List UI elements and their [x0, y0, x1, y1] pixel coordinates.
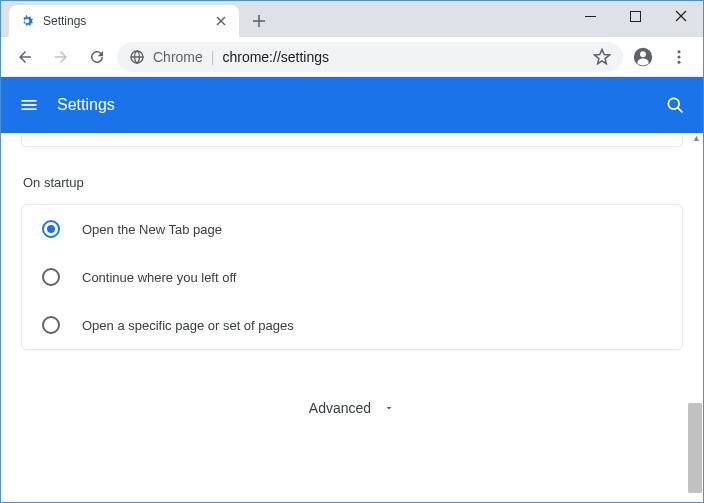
radio-button[interactable] [42, 220, 60, 238]
new-tab-button[interactable] [245, 7, 273, 35]
maximize-button[interactable] [613, 1, 658, 31]
advanced-label: Advanced [309, 400, 371, 416]
svg-point-11 [678, 50, 681, 53]
content-area: On startup Open the New Tab pageContinue… [1, 133, 703, 502]
svg-rect-16 [22, 108, 37, 110]
titlebar: Settings [1, 1, 703, 37]
svg-rect-5 [631, 11, 641, 21]
radio-label: Open a specific page or set of pages [82, 318, 294, 333]
gear-icon [19, 13, 35, 29]
close-window-button[interactable] [658, 1, 703, 31]
scrollbar[interactable]: ▲ [687, 133, 703, 502]
kebab-menu-icon[interactable] [663, 41, 695, 73]
close-icon[interactable] [213, 13, 229, 29]
reload-button[interactable] [81, 41, 113, 73]
chevron-down-icon [383, 402, 395, 414]
svg-point-17 [668, 98, 679, 109]
radio-button[interactable] [42, 268, 60, 286]
startup-card: Open the New Tab pageContinue where you … [21, 204, 683, 350]
search-icon[interactable] [665, 95, 685, 115]
toolbar: Chrome | chrome://settings [1, 37, 703, 77]
section-heading: On startup [23, 175, 703, 190]
startup-option[interactable]: Open a specific page or set of pages [22, 301, 682, 349]
startup-option[interactable]: Open the New Tab page [22, 205, 682, 253]
svg-point-13 [678, 60, 681, 63]
profile-avatar-icon[interactable] [627, 41, 659, 73]
page-title: Settings [57, 96, 665, 114]
scroll-up-arrow-icon[interactable]: ▲ [692, 133, 701, 143]
bookmark-star-icon[interactable] [593, 48, 611, 66]
advanced-toggle[interactable]: Advanced [1, 400, 703, 416]
svg-point-10 [640, 51, 646, 57]
window-controls [568, 1, 703, 31]
radio-label: Open the New Tab page [82, 222, 222, 237]
hamburger-menu-icon[interactable] [19, 95, 39, 115]
site-info-icon[interactable] [129, 49, 145, 65]
previous-section-card [21, 133, 683, 147]
svg-rect-14 [22, 100, 37, 102]
address-bar[interactable]: Chrome | chrome://settings [117, 42, 623, 72]
browser-tab[interactable]: Settings [9, 5, 239, 37]
omnibox-url: chrome://settings [222, 49, 329, 65]
omnibox-host: Chrome [153, 49, 203, 65]
settings-header: Settings [1, 77, 703, 133]
radio-label: Continue where you left off [82, 270, 236, 285]
omnibox-separator: | [211, 49, 215, 65]
forward-button[interactable] [45, 41, 77, 73]
settings-content[interactable]: On startup Open the New Tab pageContinue… [1, 133, 703, 502]
scrollbar-thumb[interactable] [688, 403, 702, 493]
startup-option[interactable]: Continue where you left off [22, 253, 682, 301]
back-button[interactable] [9, 41, 41, 73]
browser-window: Settings [0, 0, 704, 503]
svg-point-12 [678, 55, 681, 58]
tab-title: Settings [43, 14, 213, 28]
radio-button[interactable] [42, 316, 60, 334]
svg-line-18 [678, 108, 683, 113]
minimize-button[interactable] [568, 1, 613, 31]
svg-rect-15 [22, 104, 37, 106]
